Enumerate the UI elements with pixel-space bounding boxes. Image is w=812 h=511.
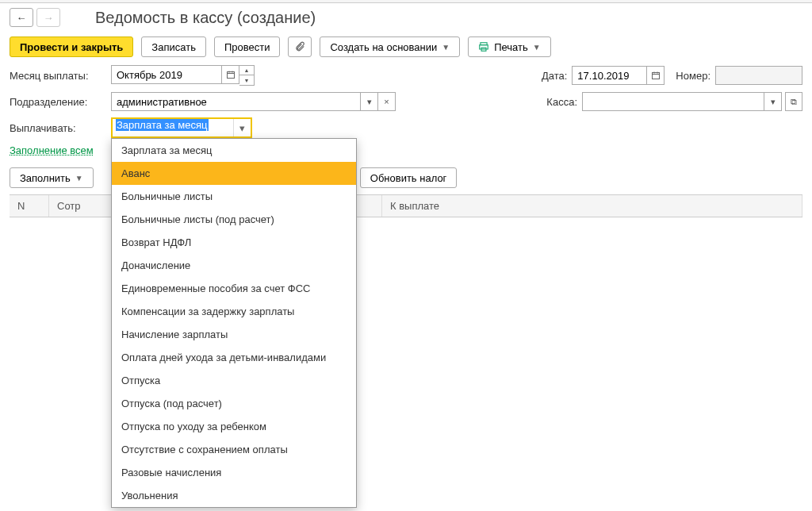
- attach-button[interactable]: [288, 36, 312, 57]
- calendar-icon: [651, 71, 661, 80]
- caret-down-icon: ▼: [533, 43, 541, 52]
- pay-label: Выплачивать:: [10, 122, 105, 134]
- dept-label: Подразделение:: [10, 96, 105, 108]
- open-icon: ⧉: [791, 97, 797, 107]
- pay-type-option[interactable]: Отпуска (под расчет): [112, 392, 356, 415]
- nav-forward-button[interactable]: →: [36, 8, 60, 27]
- pay-type-option[interactable]: Увольнения: [112, 484, 356, 507]
- date-label: Дата:: [542, 70, 567, 82]
- caret-down-icon: ▾: [239, 122, 245, 134]
- dept-dropdown-button[interactable]: ▾: [361, 92, 378, 111]
- table-header-cell[interactable]: К выплате: [382, 195, 802, 217]
- paperclip-icon: [294, 41, 305, 52]
- pay-type-dropdown-button[interactable]: ▾: [233, 119, 251, 136]
- pay-type-option[interactable]: Оплата дней ухода за детьми-инвалидами: [112, 346, 356, 369]
- table-header-cell[interactable]: N: [10, 195, 49, 217]
- fill-button[interactable]: Заполнить ▼: [10, 167, 94, 188]
- number-input: [715, 66, 802, 85]
- date-input[interactable]: [572, 66, 647, 85]
- create-based-on-button[interactable]: Создать на основании ▼: [320, 36, 460, 57]
- month-label: Месяц выплаты:: [10, 70, 105, 82]
- calendar-icon: [226, 70, 236, 79]
- pay-type-option[interactable]: Отсутствие с сохранением оплаты: [112, 438, 356, 461]
- number-label: Номер:: [676, 70, 710, 82]
- close-icon: ×: [384, 97, 389, 106]
- pay-type-option[interactable]: Доначисление: [112, 254, 356, 277]
- month-input[interactable]: [111, 65, 222, 84]
- pay-type-value: Зарплата за месяц: [116, 119, 209, 131]
- dept-input[interactable]: [111, 92, 361, 111]
- pay-type-option[interactable]: Единовременные пособия за счет ФСС: [112, 277, 356, 300]
- pay-type-option[interactable]: Отпуска по уходу за ребенком: [112, 415, 356, 438]
- update-tax-button[interactable]: Обновить налог: [360, 167, 458, 188]
- caret-down-icon: ▾: [367, 97, 372, 107]
- calendar-button[interactable]: [222, 65, 239, 84]
- kassa-open-button[interactable]: ⧉: [785, 92, 802, 111]
- caret-down-icon: ▾: [771, 97, 776, 107]
- print-button[interactable]: Печать ▼: [468, 36, 551, 57]
- pay-type-option[interactable]: Отпуска: [112, 369, 356, 392]
- fill-label: Заполнить: [20, 172, 71, 184]
- date-calendar-button[interactable]: [647, 66, 665, 85]
- create-based-on-label: Создать на основании: [330, 41, 437, 53]
- fill-all-link[interactable]: Заполнение всем: [10, 144, 94, 156]
- month-spinner[interactable]: ▲ ▼: [239, 65, 255, 86]
- nav-back-button[interactable]: ←: [10, 8, 33, 27]
- post-button[interactable]: Провести: [214, 36, 281, 57]
- chevron-up-icon[interactable]: ▲: [239, 66, 254, 75]
- dept-clear-button[interactable]: ×: [378, 92, 396, 111]
- pay-type-option[interactable]: Возврат НДФЛ: [112, 231, 356, 254]
- chevron-down-icon[interactable]: ▼: [239, 75, 254, 85]
- pay-type-option[interactable]: Разовые начисления: [112, 461, 356, 484]
- pay-type-option[interactable]: Больничные листы: [112, 185, 356, 208]
- kassa-input[interactable]: [582, 92, 764, 111]
- caret-down-icon: ▼: [442, 43, 450, 52]
- pay-type-option[interactable]: Аванс: [112, 162, 356, 185]
- post-and-close-button[interactable]: Провести и закрыть: [10, 36, 133, 57]
- pay-type-input[interactable]: Зарплата за месяц: [113, 119, 233, 136]
- kassa-label: Касса:: [546, 96, 577, 108]
- pay-type-dropdown: Зарплата за месяцАвансБольничные листыБо…: [111, 138, 357, 508]
- print-label: Печать: [494, 41, 528, 53]
- printer-icon: [478, 41, 489, 52]
- caret-down-icon: ▼: [75, 174, 83, 182]
- pay-type-option[interactable]: Больничные листы (под расчет): [112, 208, 356, 231]
- arrow-left-icon: ←: [17, 12, 27, 24]
- pay-type-option[interactable]: Зарплата за месяц: [112, 139, 356, 162]
- kassa-dropdown-button[interactable]: ▾: [764, 92, 782, 111]
- arrow-right-icon: →: [44, 12, 54, 24]
- pay-type-option[interactable]: Начисление зарплаты: [112, 323, 356, 346]
- svg-rect-1: [480, 45, 488, 49]
- pay-type-field[interactable]: Зарплата за месяц ▾: [111, 117, 252, 138]
- svg-rect-3: [227, 72, 234, 79]
- write-button[interactable]: Записать: [141, 36, 206, 57]
- page-title: Ведомость в кассу (создание): [95, 9, 316, 27]
- pay-type-option[interactable]: Компенсации за задержку зарплаты: [112, 300, 356, 323]
- svg-rect-4: [652, 73, 659, 79]
